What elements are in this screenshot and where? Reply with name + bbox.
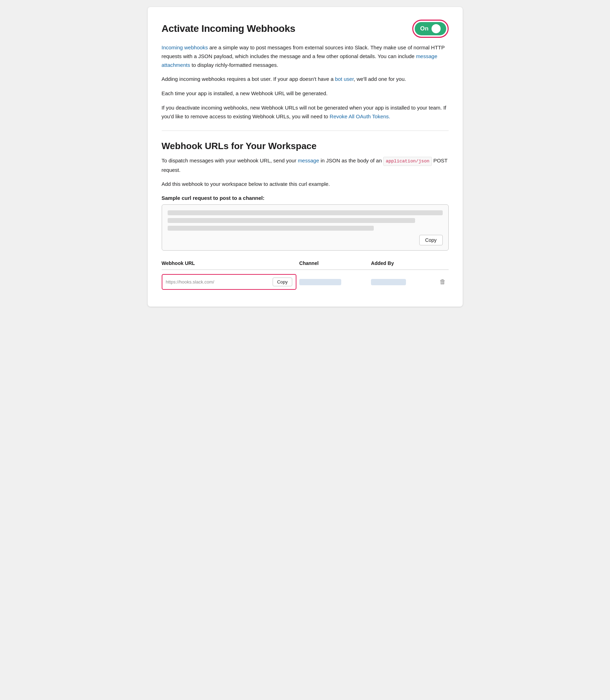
description-para2: Adding incoming webhooks requires a bot … [162, 75, 449, 84]
curl-line-1 [168, 210, 443, 215]
toggle-wrapper: On [412, 20, 449, 38]
section2-intro: To dispatch messages with your webhook U… [162, 156, 449, 174]
section2-add-text: Add this webhook to your workspace below… [162, 180, 449, 189]
description-para3: Each time your app is installed, a new W… [162, 89, 449, 98]
toggle-label: On [420, 25, 429, 32]
col-header-action [428, 260, 448, 270]
url-copy-button[interactable]: Copy [273, 278, 292, 286]
col-header-added-by: Added By [371, 260, 428, 270]
added-by-cell [371, 270, 428, 293]
delete-cell: 🗑 [428, 270, 448, 293]
revoke-oauth-link[interactable]: Revoke All OAuth Tokens. [330, 113, 390, 119]
message-link[interactable]: message [298, 158, 319, 163]
incoming-webhooks-link[interactable]: Incoming webhooks [162, 44, 208, 50]
curl-box: Copy [162, 204, 449, 251]
curl-label: Sample curl request to post to a channel… [162, 195, 449, 201]
section1-header: Activate Incoming Webhooks On [162, 20, 449, 38]
webhook-url-text: https://hooks.slack.com/ [166, 279, 270, 285]
delete-webhook-button[interactable]: 🗑 [440, 278, 446, 285]
url-cell: https://hooks.slack.com/ Copy [162, 270, 300, 293]
curl-line-2 [168, 218, 415, 223]
channel-cell [299, 270, 371, 293]
curl-content [168, 210, 443, 231]
description-para1: Incoming webhooks are a simple way to po… [162, 43, 449, 69]
webhook-table: Webhook URL Channel Added By https://hoo… [162, 260, 449, 293]
bot-user-link[interactable]: bot user [335, 76, 353, 82]
table-header: Webhook URL Channel Added By [162, 260, 449, 270]
url-cell-wrapper: https://hooks.slack.com/ Copy [162, 274, 297, 290]
curl-copy-btn-wrapper: Copy [168, 235, 443, 245]
curl-line-3 [168, 226, 374, 231]
table-header-row: Webhook URL Channel Added By [162, 260, 449, 270]
channel-blur [299, 279, 341, 285]
added-by-blur [371, 279, 406, 285]
toggle-circle [432, 24, 441, 33]
section-divider [162, 131, 449, 131]
message-attachments-link[interactable]: message attachments [162, 53, 437, 68]
section2-title: Webhook URLs for Your Workspace [162, 141, 449, 152]
section1-title: Activate Incoming Webhooks [162, 23, 295, 34]
curl-copy-button[interactable]: Copy [419, 235, 443, 245]
page-container: Activate Incoming Webhooks On Incoming w… [148, 7, 463, 307]
col-header-channel: Channel [299, 260, 371, 270]
content-type-code: application/json [383, 157, 432, 166]
col-header-url: Webhook URL [162, 260, 300, 270]
table-body: https://hooks.slack.com/ Copy 🗑 [162, 270, 449, 293]
activate-toggle[interactable]: On [415, 22, 446, 35]
description-para4: If you deactivate incoming webhooks, new… [162, 104, 449, 121]
table-row: https://hooks.slack.com/ Copy 🗑 [162, 270, 449, 293]
